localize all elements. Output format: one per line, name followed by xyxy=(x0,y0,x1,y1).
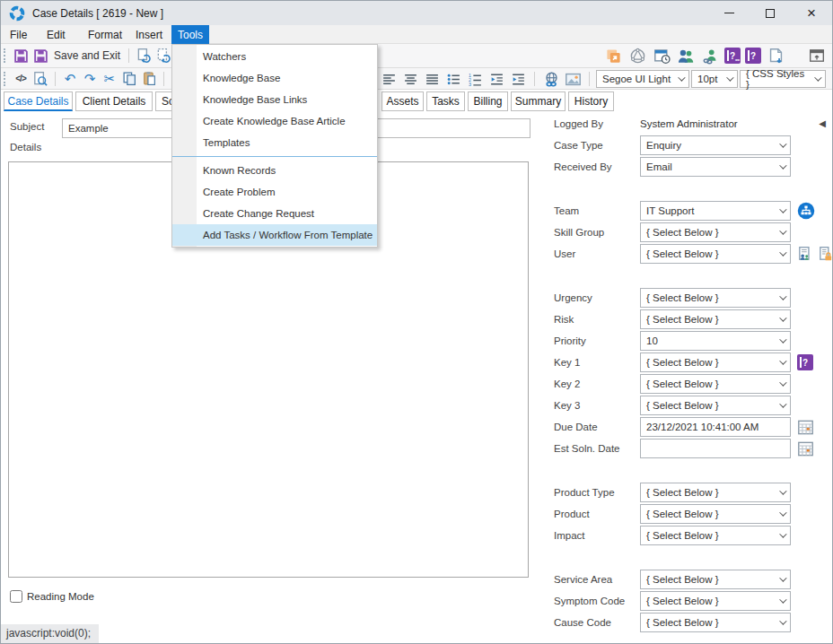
shortcut-icon[interactable] xyxy=(604,47,622,65)
menu-separator xyxy=(172,156,377,157)
case-type-select[interactable]: Enquiry xyxy=(640,135,791,155)
tab-history[interactable]: History xyxy=(568,91,614,111)
est-soln-date-input[interactable] xyxy=(640,439,791,458)
toolbar-grip[interactable] xyxy=(4,48,6,63)
tab-billing[interactable]: Billing xyxy=(468,91,508,111)
due-date-input[interactable] xyxy=(640,417,791,437)
chevron-down-icon xyxy=(779,248,786,256)
copy-icon[interactable] xyxy=(120,70,138,88)
font-size-select[interactable]: 10pt xyxy=(691,70,738,88)
risk-select[interactable]: { Select Below } xyxy=(640,309,791,329)
chevron-down-icon xyxy=(779,161,786,169)
menu-insert[interactable]: Insert xyxy=(136,25,162,44)
toolbar-separator xyxy=(163,72,164,86)
urgency-select[interactable]: { Select Below } xyxy=(640,288,791,308)
maximize-button[interactable] xyxy=(762,5,778,22)
preview-icon[interactable] xyxy=(31,70,49,88)
menu-item-create-change-request[interactable]: Create Change Request xyxy=(172,203,377,224)
people-icon[interactable] xyxy=(677,47,695,65)
subject-label: Subject xyxy=(10,121,44,132)
product-type-select[interactable]: { Select Below } xyxy=(640,483,791,502)
menu-item-create-problem[interactable]: Create Problem xyxy=(172,181,377,203)
key1-help-icon[interactable]: ? xyxy=(797,354,813,370)
minimize-button[interactable] xyxy=(721,5,737,22)
skill-group-select[interactable]: { Select Below } xyxy=(640,222,791,242)
received-by-select[interactable]: Email xyxy=(640,157,791,177)
toolbar-separator xyxy=(128,48,129,63)
css-styles-select[interactable]: { CSS Styles } xyxy=(740,70,826,88)
align-left-icon[interactable] xyxy=(380,70,398,88)
menu-item-knowledge-base[interactable]: Knowledge Base xyxy=(172,67,377,89)
reading-mode-toggle[interactable]: Reading Mode xyxy=(10,590,94,603)
copy-case-icon[interactable] xyxy=(135,47,153,65)
menu-file[interactable]: File xyxy=(10,25,27,44)
menu-item-create-kb-article[interactable]: Create Knowledge Base Article xyxy=(172,110,377,132)
collapse-panel-icon[interactable] xyxy=(808,47,826,65)
key2-select[interactable]: { Select Below } xyxy=(640,374,791,394)
priority-select[interactable]: 10 xyxy=(640,331,791,351)
menu-format[interactable]: Format xyxy=(88,25,122,44)
product-select[interactable]: { Select Below } xyxy=(640,504,791,524)
save-and-exit-label[interactable]: Save and Exit xyxy=(54,49,120,62)
due-date-calendar-icon[interactable] xyxy=(797,419,814,436)
menu-item-knowledge-base-links[interactable]: Knowledge Base Links xyxy=(172,89,377,110)
symptom-code-select[interactable]: { Select Below } xyxy=(640,591,791,611)
paste-icon[interactable] xyxy=(140,70,158,88)
user-select[interactable]: { Select Below } xyxy=(640,244,791,264)
menu-edit[interactable]: Edit xyxy=(47,25,66,44)
tab-tasks[interactable]: Tasks xyxy=(426,91,465,111)
reading-mode-checkbox[interactable] xyxy=(10,590,22,603)
calendar-clock-icon[interactable] xyxy=(653,47,671,65)
tab-client-details[interactable]: Client Details xyxy=(75,91,153,111)
toolbar-grip[interactable] xyxy=(4,72,6,86)
align-center-icon[interactable] xyxy=(401,70,419,88)
insert-image-icon[interactable] xyxy=(564,70,582,88)
outdent-icon[interactable] xyxy=(487,70,505,88)
update-case-icon[interactable] xyxy=(154,47,172,65)
menu-item-templates[interactable]: Templates xyxy=(172,132,377,153)
toolbar-separator xyxy=(55,72,56,86)
tab-summary[interactable]: Summary xyxy=(511,91,566,111)
font-name-select[interactable]: Segoe UI Light xyxy=(596,70,689,88)
key3-select[interactable]: { Select Below } xyxy=(640,396,791,415)
menu-item-known-records[interactable]: Known Records xyxy=(172,160,377,181)
menu-tools[interactable]: Tools xyxy=(171,25,209,44)
source-code-icon[interactable]: </> xyxy=(12,70,30,88)
tab-case-details[interactable]: Case Details xyxy=(4,91,73,111)
menu-item-add-tasks-workflow[interactable]: Add Tasks / Workflow From Template xyxy=(172,224,377,246)
menu-item-watchers[interactable]: Watchers xyxy=(172,46,377,67)
numbered-list-icon[interactable]: 123 xyxy=(466,70,484,88)
undo-icon[interactable]: ↶ xyxy=(61,70,79,88)
user-list-icon[interactable] xyxy=(797,246,813,262)
knowledge-base-link-icon[interactable]: ?∞ xyxy=(724,48,741,64)
bullet-list-icon[interactable] xyxy=(444,70,462,88)
cause-code-select[interactable]: { Select Below } xyxy=(640,613,791,632)
tab-assets[interactable]: Assets xyxy=(381,91,424,111)
chevron-down-icon xyxy=(814,74,821,81)
export-document-icon[interactable] xyxy=(767,47,785,65)
person-link-icon[interactable] xyxy=(701,47,719,65)
chevron-down-icon xyxy=(779,530,786,537)
details-label: Details xyxy=(10,142,41,152)
est-soln-date-calendar-icon[interactable] xyxy=(797,440,814,457)
key1-select[interactable]: { Select Below } xyxy=(640,352,791,372)
save-and-exit-icon[interactable] xyxy=(31,47,49,65)
team-select[interactable]: IT Support xyxy=(640,201,791,221)
network-globe-icon[interactable] xyxy=(628,47,646,65)
chevron-down-icon xyxy=(779,357,786,364)
impact-select[interactable]: { Select Below } xyxy=(640,526,791,545)
indent-icon[interactable] xyxy=(509,70,527,88)
service-area-select[interactable]: { Select Below } xyxy=(640,570,791,589)
close-button[interactable]: × xyxy=(803,5,820,22)
knowledge-base-icon[interactable]: ? xyxy=(745,48,761,64)
tab-strip: Case Details Client Details Solu Assets … xyxy=(1,91,832,111)
save-icon[interactable] xyxy=(12,47,30,65)
cut-icon[interactable]: ✂ xyxy=(101,70,118,88)
user-lock-icon[interactable] xyxy=(818,246,833,262)
align-justify-icon[interactable] xyxy=(423,70,441,88)
svg-text:3: 3 xyxy=(469,82,471,87)
redo-icon[interactable]: ↷ xyxy=(81,70,99,88)
hyperlink-icon[interactable] xyxy=(542,70,560,88)
minimize-icon xyxy=(724,13,734,13)
team-hierarchy-icon[interactable] xyxy=(797,202,815,220)
